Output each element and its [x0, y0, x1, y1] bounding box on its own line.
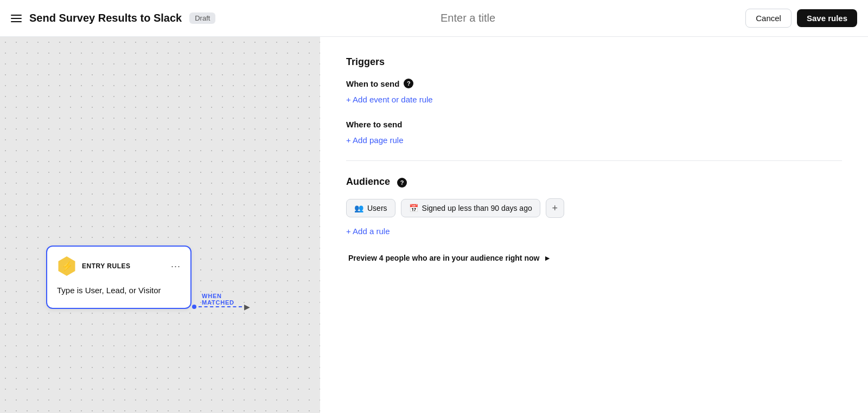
top-header: Send Survey Results to Slack Draft Cance…: [0, 0, 868, 37]
users-tag[interactable]: 👥 Users: [346, 199, 395, 217]
where-to-send-label: Where to send: [346, 120, 842, 129]
menu-icon[interactable]: [11, 15, 22, 22]
connector-dashes: [199, 306, 242, 307]
calendar-icon: 📅: [409, 204, 418, 212]
add-page-link[interactable]: + Add page rule: [346, 135, 404, 145]
users-icon: 👥: [354, 204, 363, 212]
entry-rules-label: ENTRY RULES: [82, 262, 165, 270]
header-left: Send Survey Results to Slack Draft: [11, 12, 427, 24]
main-content: ⚡ ENTRY RULES ··· Type is User, Lead, or…: [0, 37, 868, 413]
preview-arrow-icon: ►: [544, 254, 551, 262]
more-options-icon[interactable]: ···: [171, 261, 181, 272]
entry-rules-card[interactable]: ⚡ ENTRY RULES ··· Type is User, Lead, or…: [46, 246, 192, 309]
audience-help-icon[interactable]: ?: [397, 178, 407, 188]
connector-dot: [192, 305, 196, 309]
when-to-send-text: When to send: [346, 79, 399, 88]
add-condition-button[interactable]: +: [546, 198, 564, 218]
audience-title: Audience ?: [346, 176, 842, 188]
draft-badge: Draft: [189, 12, 215, 24]
header-right: Cancel Save rules: [427, 9, 857, 28]
lightning-symbol: ⚡: [61, 261, 73, 272]
when-matched-connector: WHEN MATCHED ▶: [192, 302, 250, 311]
users-tag-label: Users: [367, 204, 387, 212]
connector-label: WHEN MATCHED: [202, 293, 250, 306]
where-to-send-section: Where to send + Add page rule: [346, 120, 842, 145]
audience-tags: 👥 Users 📅 Signed up less than 90 days ag…: [346, 198, 842, 218]
header-actions: Cancel Save rules: [745, 9, 857, 28]
signed-up-tag-label: Signed up less than 90 days ago: [422, 204, 532, 212]
section-divider: [346, 160, 842, 161]
title-input[interactable]: [441, 12, 737, 24]
add-event-link[interactable]: + Add event or date rule: [346, 95, 433, 104]
signed-up-tag[interactable]: 📅 Signed up less than 90 days ago: [401, 199, 540, 217]
when-to-send-label: When to send ?: [346, 79, 842, 88]
lightning-hex-icon: ⚡: [57, 256, 76, 276]
cancel-button[interactable]: Cancel: [745, 9, 792, 28]
when-to-send-help-icon[interactable]: ?: [404, 79, 413, 88]
page-title: Send Survey Results to Slack: [29, 12, 182, 24]
preview-audience-text[interactable]: Preview 4 people who are in your audienc…: [346, 254, 842, 262]
right-panel: Triggers When to send ? + Add event or d…: [320, 37, 868, 413]
when-to-send-section: When to send ? + Add event or date rule: [346, 79, 842, 105]
entry-card-body: Type is User, Lead, or Visitor: [57, 285, 181, 297]
entry-card-header: ⚡ ENTRY RULES ···: [57, 256, 181, 276]
triggers-title: Triggers: [346, 56, 842, 68]
add-rule-link[interactable]: + Add a rule: [346, 227, 390, 236]
save-rules-button[interactable]: Save rules: [797, 9, 857, 27]
canvas-panel: ⚡ ENTRY RULES ··· Type is User, Lead, or…: [0, 37, 320, 413]
where-to-send-text: Where to send: [346, 120, 402, 129]
